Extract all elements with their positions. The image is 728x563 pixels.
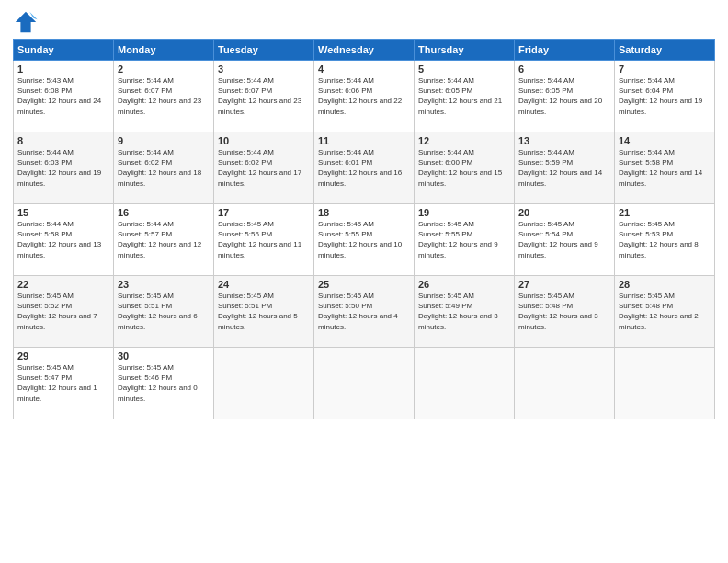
calendar-week-3: 22Sunrise: 5:45 AMSunset: 5:52 PMDayligh… [14, 276, 715, 348]
weekday-header-thursday: Thursday [415, 40, 515, 61]
calendar-cell: 4Sunrise: 5:44 AMSunset: 6:06 PMDaylight… [314, 61, 415, 132]
day-info: Sunrise: 5:45 AMSunset: 5:50 PMDaylight:… [318, 291, 410, 332]
day-number: 27 [518, 279, 610, 290]
day-info: Sunrise: 5:44 AMSunset: 6:04 PMDaylight:… [619, 75, 711, 117]
day-number: 10 [218, 135, 310, 146]
day-number: 3 [218, 63, 310, 75]
calendar-cell: 23Sunrise: 5:45 AMSunset: 5:51 PMDayligh… [114, 276, 214, 348]
calendar-week-2: 15Sunrise: 5:44 AMSunset: 5:58 PMDayligh… [14, 204, 715, 276]
day-info: Sunrise: 5:45 AMSunset: 5:46 PMDaylight:… [118, 362, 210, 404]
svg-marker-0 [16, 12, 36, 32]
calendar-cell: 24Sunrise: 5:45 AMSunset: 5:51 PMDayligh… [214, 276, 314, 348]
calendar-cell: 30Sunrise: 5:45 AMSunset: 5:46 PMDayligh… [114, 348, 214, 419]
calendar-cell: 12Sunrise: 5:44 AMSunset: 6:00 PMDayligh… [415, 132, 515, 204]
calendar-cell: 7Sunrise: 5:44 AMSunset: 6:04 PMDaylight… [615, 61, 715, 132]
day-number: 15 [17, 207, 109, 218]
calendar-cell: 22Sunrise: 5:45 AMSunset: 5:52 PMDayligh… [14, 276, 114, 348]
day-info: Sunrise: 5:45 AMSunset: 5:47 PMDaylight:… [17, 362, 109, 404]
calendar-week-0: 1Sunrise: 5:43 AMSunset: 6:08 PMDaylight… [14, 61, 715, 132]
weekday-header-tuesday: Tuesday [214, 40, 314, 61]
day-number: 16 [118, 207, 210, 218]
day-number: 5 [418, 63, 510, 75]
calendar-cell: 2Sunrise: 5:44 AMSunset: 6:07 PMDaylight… [114, 61, 214, 132]
day-info: Sunrise: 5:43 AMSunset: 6:08 PMDaylight:… [17, 75, 109, 117]
day-number: 13 [518, 135, 610, 146]
calendar-cell: 14Sunrise: 5:44 AMSunset: 5:58 PMDayligh… [615, 132, 715, 204]
day-number: 12 [418, 135, 510, 146]
day-number: 29 [17, 350, 109, 362]
calendar-cell: 26Sunrise: 5:45 AMSunset: 5:49 PMDayligh… [415, 276, 515, 348]
calendar-cell: 10Sunrise: 5:44 AMSunset: 6:02 PMDayligh… [214, 132, 314, 204]
calendar-cell: 21Sunrise: 5:45 AMSunset: 5:53 PMDayligh… [615, 204, 715, 276]
day-number: 9 [118, 135, 210, 146]
day-number: 30 [118, 350, 210, 362]
day-number: 25 [318, 279, 410, 290]
day-number: 28 [619, 279, 711, 290]
logo-icon [13, 9, 39, 35]
calendar-cell: 27Sunrise: 5:45 AMSunset: 5:48 PMDayligh… [515, 276, 615, 348]
day-number: 8 [17, 135, 109, 146]
day-info: Sunrise: 5:45 AMSunset: 5:55 PMDaylight:… [318, 219, 410, 260]
calendar-cell: 15Sunrise: 5:44 AMSunset: 5:58 PMDayligh… [14, 204, 114, 276]
calendar-cell: 20Sunrise: 5:45 AMSunset: 5:54 PMDayligh… [515, 204, 615, 276]
day-info: Sunrise: 5:44 AMSunset: 5:59 PMDaylight:… [518, 147, 610, 189]
day-info: Sunrise: 5:44 AMSunset: 5:58 PMDaylight:… [17, 219, 109, 260]
calendar-cell: 5Sunrise: 5:44 AMSunset: 6:05 PMDaylight… [415, 61, 515, 132]
day-info: Sunrise: 5:45 AMSunset: 5:56 PMDaylight:… [218, 219, 310, 260]
calendar-cell [214, 348, 314, 419]
calendar-cell: 11Sunrise: 5:44 AMSunset: 6:01 PMDayligh… [314, 132, 415, 204]
page-container: SundayMondayTuesdayWednesdayThursdayFrid… [0, 0, 728, 429]
weekday-header-sunday: Sunday [14, 40, 114, 61]
calendar-cell: 25Sunrise: 5:45 AMSunset: 5:50 PMDayligh… [314, 276, 415, 348]
day-info: Sunrise: 5:45 AMSunset: 5:51 PMDaylight:… [218, 291, 310, 332]
calendar-cell: 29Sunrise: 5:45 AMSunset: 5:47 PMDayligh… [14, 348, 114, 419]
day-info: Sunrise: 5:44 AMSunset: 6:05 PMDaylight:… [418, 75, 510, 117]
calendar-cell: 18Sunrise: 5:45 AMSunset: 5:55 PMDayligh… [314, 204, 415, 276]
calendar-cell [415, 348, 515, 419]
day-number: 6 [518, 63, 610, 75]
day-info: Sunrise: 5:44 AMSunset: 6:05 PMDaylight:… [518, 75, 610, 117]
day-info: Sunrise: 5:45 AMSunset: 5:48 PMDaylight:… [619, 291, 711, 332]
calendar-cell: 3Sunrise: 5:44 AMSunset: 6:07 PMDaylight… [214, 61, 314, 132]
day-info: Sunrise: 5:44 AMSunset: 5:58 PMDaylight:… [619, 147, 711, 189]
weekday-header-friday: Friday [515, 40, 615, 61]
calendar-week-1: 8Sunrise: 5:44 AMSunset: 6:03 PMDaylight… [14, 132, 715, 204]
calendar-cell: 16Sunrise: 5:44 AMSunset: 5:57 PMDayligh… [114, 204, 214, 276]
calendar-cell [314, 348, 415, 419]
day-number: 1 [17, 63, 109, 75]
day-info: Sunrise: 5:44 AMSunset: 6:00 PMDaylight:… [418, 147, 510, 189]
calendar-cell: 6Sunrise: 5:44 AMSunset: 6:05 PMDaylight… [515, 61, 615, 132]
weekday-header-wednesday: Wednesday [314, 40, 415, 61]
day-number: 14 [619, 135, 711, 146]
day-info: Sunrise: 5:44 AMSunset: 6:02 PMDaylight:… [218, 147, 310, 189]
day-info: Sunrise: 5:44 AMSunset: 6:06 PMDaylight:… [318, 75, 410, 117]
calendar-cell: 19Sunrise: 5:45 AMSunset: 5:55 PMDayligh… [415, 204, 515, 276]
day-info: Sunrise: 5:44 AMSunset: 6:02 PMDaylight:… [118, 147, 210, 189]
day-info: Sunrise: 5:45 AMSunset: 5:52 PMDaylight:… [17, 291, 109, 332]
day-number: 18 [318, 207, 410, 218]
calendar-cell: 1Sunrise: 5:43 AMSunset: 6:08 PMDaylight… [14, 61, 114, 132]
day-number: 24 [218, 279, 310, 290]
day-info: Sunrise: 5:45 AMSunset: 5:54 PMDaylight:… [518, 219, 610, 260]
calendar-body: 1Sunrise: 5:43 AMSunset: 6:08 PMDaylight… [14, 61, 715, 419]
calendar-table: SundayMondayTuesdayWednesdayThursdayFrid… [13, 39, 715, 419]
logo [13, 9, 42, 35]
day-number: 19 [418, 207, 510, 218]
day-info: Sunrise: 5:45 AMSunset: 5:51 PMDaylight:… [118, 291, 210, 332]
day-number: 4 [318, 63, 410, 75]
weekday-header-monday: Monday [114, 40, 214, 61]
day-info: Sunrise: 5:44 AMSunset: 6:07 PMDaylight:… [218, 75, 310, 117]
day-info: Sunrise: 5:45 AMSunset: 5:49 PMDaylight:… [418, 291, 510, 332]
weekday-header-saturday: Saturday [615, 40, 715, 61]
day-number: 21 [619, 207, 711, 218]
day-number: 17 [218, 207, 310, 218]
calendar-week-4: 29Sunrise: 5:45 AMSunset: 5:47 PMDayligh… [14, 348, 715, 419]
calendar-cell: 13Sunrise: 5:44 AMSunset: 5:59 PMDayligh… [515, 132, 615, 204]
day-number: 7 [619, 63, 711, 75]
calendar-cell [515, 348, 615, 419]
day-info: Sunrise: 5:45 AMSunset: 5:53 PMDaylight:… [619, 219, 711, 260]
day-info: Sunrise: 5:44 AMSunset: 6:01 PMDaylight:… [318, 147, 410, 189]
day-info: Sunrise: 5:44 AMSunset: 5:57 PMDaylight:… [118, 219, 210, 260]
day-number: 20 [518, 207, 610, 218]
day-number: 22 [17, 279, 109, 290]
